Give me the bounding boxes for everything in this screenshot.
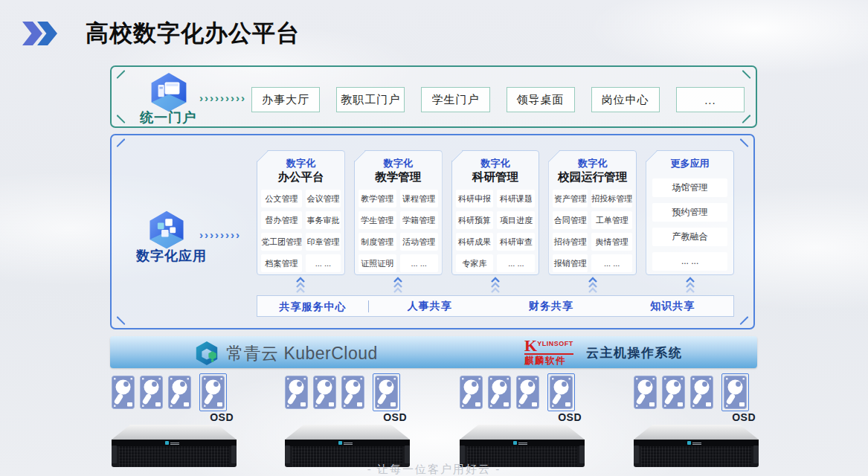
chevron-right-icon — [22, 22, 42, 45]
portal-button-post-center[interactable]: 岗位中心 — [591, 87, 660, 112]
server-top — [112, 425, 237, 440]
portal-button-staff-portal[interactable]: 教职工门户 — [336, 87, 405, 112]
corner-slash-icon — [739, 138, 748, 147]
shared-knowledge[interactable]: 知识共享 — [612, 300, 733, 313]
slide: 高校数字化办公平台 统一门户 ››››››››› 办事大厅 教职工门户 学生门户… — [0, 0, 868, 476]
shared-hr[interactable]: 人事共享 — [369, 300, 490, 313]
app-item[interactable]: 印章管理 — [306, 233, 341, 251]
app-item[interactable]: 招投标管理 — [591, 190, 632, 208]
up-arrows-icon — [393, 277, 403, 293]
server-top — [634, 425, 759, 440]
hdd-icon — [662, 376, 685, 409]
app-card-teaching: 数字化 教学管理 教学管理 课程管理 学生管理 学籍管理 制度管理 活动管理 证… — [354, 150, 443, 275]
app-item[interactable]: 教学管理 — [359, 190, 396, 208]
app-item[interactable]: 科研预算 — [456, 211, 494, 229]
portal-button-leader-desktop[interactable]: 领导桌面 — [507, 87, 575, 112]
app-item[interactable]: 报销管理 — [553, 254, 588, 272]
app-item[interactable]: 专家库 — [456, 254, 494, 272]
shared-service-center[interactable]: 共享服务中心 — [257, 300, 369, 312]
hdd-icon — [202, 376, 225, 409]
server-logo-text — [692, 442, 701, 445]
hdd-icon — [634, 376, 657, 409]
storage-node: OSD — [634, 376, 759, 467]
app-item[interactable]: 舆情管理 — [591, 233, 632, 251]
hdd-icon — [460, 376, 483, 409]
storage-node: OSD — [285, 376, 410, 467]
storage-node: OSD — [112, 376, 237, 467]
app-item[interactable]: 督办管理 — [261, 211, 302, 229]
app-item[interactable]: 产教融合 — [652, 228, 727, 246]
app-card-research: 数字化 科研管理 科研申报 科研课题 科研预算 项目进度 科研成果 科研审查 专… — [451, 150, 540, 275]
app-item[interactable]: 活动管理 — [400, 233, 438, 251]
app-item[interactable]: 科研课题 — [497, 190, 535, 208]
portal-button-more[interactable]: ... — [676, 87, 745, 112]
app-card-campus-ops: 数字化 校园运行管理 资产管理 招投标管理 合同管理 工单管理 招待管理 舆情管… — [548, 150, 637, 275]
app-item[interactable]: ... ... — [400, 254, 438, 272]
up-arrows-icon — [685, 277, 695, 293]
app-item[interactable]: 工单管理 — [591, 211, 632, 229]
server-logo-icon — [513, 441, 517, 445]
osd-label: OSD — [460, 411, 585, 423]
card-title: 办公平台 — [257, 170, 344, 184]
up-arrows-icon — [490, 277, 501, 293]
rack-server — [285, 425, 410, 467]
app-item[interactable]: 证照证明 — [359, 254, 396, 272]
card-title: 校园运行管理 — [549, 170, 636, 184]
app-item[interactable]: 预约管理 — [652, 203, 727, 222]
portal-cube-icon — [149, 71, 189, 113]
hdd-icon — [112, 376, 135, 409]
osd-label: OSD — [634, 411, 759, 423]
portal-button-student-portal[interactable]: 学生门户 — [421, 87, 489, 112]
app-item[interactable]: 学籍管理 — [400, 211, 438, 229]
app-item[interactable]: 资产管理 — [553, 190, 588, 208]
shared-finance[interactable]: 财务共享 — [490, 300, 611, 313]
app-item[interactable]: ... ... — [306, 254, 341, 272]
app-item[interactable]: 制度管理 — [359, 233, 396, 251]
kylin-k: K — [524, 339, 537, 353]
app-card-office: 数字化 办公平台 公文管理 会议管理 督办管理 事务审批 党工团管理 印章管理 … — [257, 150, 345, 275]
app-item[interactable]: 科研成果 — [456, 233, 494, 251]
apps-cube-icon — [147, 210, 186, 250]
app-item[interactable]: ... ... — [652, 252, 727, 271]
card-tag: 数字化 — [355, 157, 442, 170]
osd-label: OSD — [285, 411, 410, 423]
app-item[interactable]: 项目进度 — [497, 211, 535, 229]
flow-arrows-icon: ››››››››› — [199, 92, 246, 103]
kubercloud-icon — [193, 340, 220, 367]
server-logo-icon — [687, 441, 691, 445]
kubercloud-logo: 常青云 KuberCloud — [193, 340, 378, 367]
app-item[interactable]: 合同管理 — [553, 211, 588, 229]
app-item[interactable]: 公文管理 — [261, 190, 302, 208]
disk-row — [634, 376, 759, 409]
app-item[interactable]: 学生管理 — [359, 211, 396, 229]
hdd-selected-frame — [547, 373, 575, 411]
app-item[interactable]: 科研申报 — [456, 190, 494, 208]
app-item[interactable]: 科研审查 — [497, 233, 535, 251]
portal-button-service-hall[interactable]: 办事大厅 — [251, 87, 320, 112]
app-item[interactable]: 事务审批 — [306, 211, 341, 229]
app-item[interactable]: ... ... — [497, 254, 535, 272]
app-item[interactable]: 档案管理 — [261, 254, 302, 272]
rack-server — [112, 425, 237, 467]
app-item[interactable]: 招待管理 — [553, 233, 588, 251]
app-item[interactable]: 课程管理 — [400, 190, 438, 208]
corner-slash-icon — [116, 316, 125, 325]
corner-slash-icon — [116, 138, 125, 147]
corner-slash-icon — [116, 70, 125, 79]
app-item[interactable]: 党工团管理 — [261, 233, 302, 251]
server-logo-text — [170, 442, 179, 445]
apps-section: 数字化应用 ›››››››› 数字化 办公平台 公文管理 会议管理 督办管理 事… — [110, 134, 755, 329]
kylin-wordmark: YLINSOFT — [537, 341, 573, 347]
hdd-icon — [341, 376, 364, 409]
portal-section: 统一门户 ››››››››› 办事大厅 教职工门户 学生门户 领导桌面 岗位中心… — [110, 65, 757, 128]
card-tag: 更多应用 — [646, 157, 733, 170]
server-logo-icon — [165, 441, 169, 445]
kylin-cn: 麒麟软件 — [524, 356, 573, 366]
app-item[interactable]: 会议管理 — [306, 190, 341, 208]
card-title: 教学管理 — [355, 170, 442, 184]
corner-slash-icon — [739, 316, 748, 325]
app-item[interactable]: 场馆管理 — [652, 178, 727, 197]
app-item[interactable]: ... ... — [591, 254, 632, 272]
hdd-icon — [516, 376, 539, 409]
hdd-selected-frame — [373, 373, 400, 411]
